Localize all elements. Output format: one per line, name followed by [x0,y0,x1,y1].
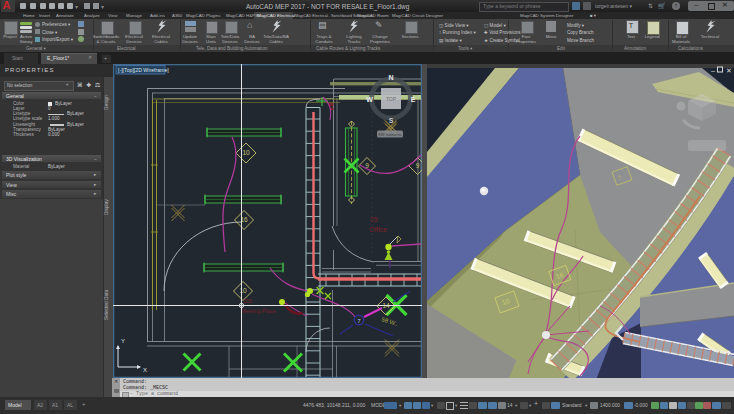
svg-text:[-][Top][2D Wireframe]: [-][Top][2D Wireframe] [118,67,169,73]
svg-text:✕: ✕ [726,67,732,74]
svg-text:7: 7 [357,318,360,324]
svg-text:05: 05 [370,216,378,223]
svg-text:9: 9 [416,162,420,169]
svg-text:X: X [143,367,147,373]
svg-text:10: 10 [239,287,247,294]
svg-text:W: W [366,96,373,103]
svg-text:Meeting Place: Meeting Place [241,308,276,314]
svg-text:Office: Office [369,226,387,233]
svg-text:N: N [388,74,393,81]
svg-text:105: 105 [243,298,252,304]
svg-text:E: E [411,96,416,103]
svg-text:SW Isometric: SW Isometric [378,132,402,137]
svg-text:–: – [711,67,715,74]
svg-text:TOP: TOP [386,96,397,102]
svg-text:10: 10 [242,149,250,156]
svg-text:Y: Y [121,338,125,344]
svg-text:S: S [389,117,394,124]
